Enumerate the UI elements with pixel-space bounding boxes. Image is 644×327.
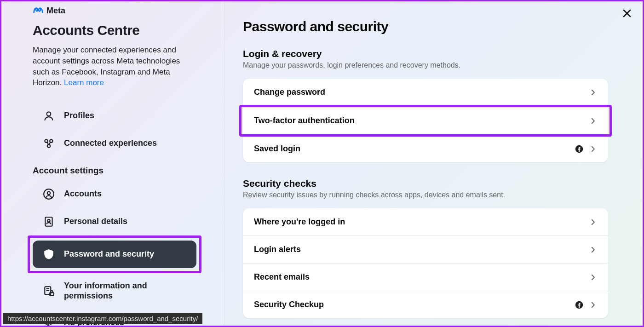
chevron-right-icon <box>589 145 597 153</box>
meta-logo-text: Meta <box>46 6 65 16</box>
close-icon <box>621 8 632 19</box>
id-card-icon <box>43 216 55 228</box>
row-security-checkup[interactable]: Security Checkup <box>243 291 608 318</box>
chevron-right-icon <box>589 273 597 281</box>
section-title: Security checks <box>243 178 608 189</box>
sidebar-description: Manage your connected experiences and ac… <box>33 45 196 88</box>
row-label: Saved login <box>254 144 300 154</box>
row-label: Where you're logged in <box>254 217 345 227</box>
row-label: Recent emails <box>254 272 310 282</box>
chevron-right-icon <box>589 88 597 97</box>
accounts-centre-container: Meta Accounts Centre Manage your connect… <box>1 1 643 326</box>
sidebar-item-password-security[interactable]: Password and security <box>33 241 196 268</box>
sidebar-item-profiles[interactable]: Profiles <box>33 102 196 130</box>
sidebar-item-label: Connected experiences <box>64 138 157 149</box>
row-label: Security Checkup <box>254 300 324 310</box>
meta-logo-icon <box>33 5 44 16</box>
learn-more-link[interactable]: Learn more <box>64 78 104 87</box>
page-title: Password and security <box>243 19 608 34</box>
row-label: Change password <box>254 87 325 97</box>
highlight-box-row: Two-factor authentication <box>239 105 612 137</box>
svg-line-6 <box>47 142 48 144</box>
row-login-alerts[interactable]: Login alerts <box>243 236 608 264</box>
sidebar-item-label: Personal details <box>64 217 127 227</box>
svg-line-7 <box>49 142 50 144</box>
row-change-password[interactable]: Change password <box>243 79 608 106</box>
document-lock-icon <box>43 285 55 297</box>
chevron-right-icon <box>589 218 597 226</box>
section-title: Login & recovery <box>243 48 608 59</box>
sidebar-item-information-permissions[interactable]: Your information and permissions <box>33 273 196 309</box>
row-saved-login[interactable]: Saved login <box>243 135 608 162</box>
row-label: Login alerts <box>254 245 301 254</box>
facebook-icon <box>575 301 583 309</box>
connected-icon <box>43 138 55 149</box>
svg-point-11 <box>47 219 50 222</box>
meta-logo: Meta <box>33 5 196 16</box>
sidebar-item-connected-experiences[interactable]: Connected experiences <box>33 130 196 157</box>
main-content: Password and security Login & recovery M… <box>224 1 643 326</box>
row-two-factor-authentication[interactable]: Two-factor authentication <box>243 107 608 134</box>
person-icon <box>43 110 55 122</box>
row-where-logged-in[interactable]: Where you're logged in <box>243 208 608 236</box>
chevron-right-icon <box>589 117 597 125</box>
sidebar-item-label: Profiles <box>64 111 94 121</box>
svg-point-5 <box>47 144 51 148</box>
highlight-box-sidebar: Password and security <box>28 235 201 273</box>
section-description: Manage your passwords, login preferences… <box>243 61 608 69</box>
chevron-right-icon <box>589 301 597 309</box>
facebook-icon <box>575 145 583 153</box>
sidebar-item-personal-details[interactable]: Personal details <box>33 208 196 235</box>
account-circle-icon <box>43 188 55 200</box>
sidebar-item-label: Your information and permissions <box>64 281 186 301</box>
card-security-checks: Where you're logged in Login alerts Rece… <box>243 208 608 318</box>
chevron-right-icon <box>589 246 597 254</box>
sidebar: Meta Accounts Centre Manage your connect… <box>1 1 224 326</box>
sidebar-title: Accounts Centre <box>33 23 196 38</box>
section-security-checks: Security checks Review security issues b… <box>243 178 608 318</box>
sidebar-item-label: Password and security <box>64 249 154 259</box>
sidebar-item-accounts[interactable]: Accounts <box>33 180 196 208</box>
svg-point-2 <box>47 112 51 116</box>
close-button[interactable] <box>620 6 634 21</box>
status-url-bar: https://accountscenter.instagram.com/pas… <box>3 313 202 324</box>
section-login-recovery: Login & recovery Manage your passwords, … <box>243 48 608 162</box>
card-login-recovery: Change password Two-factor authenticatio… <box>243 79 608 162</box>
svg-point-9 <box>47 192 51 195</box>
sidebar-item-label: Accounts <box>64 189 102 199</box>
row-recent-emails[interactable]: Recent emails <box>243 264 608 291</box>
sidebar-section-heading: Account settings <box>33 166 196 176</box>
section-description: Review security issues by running checks… <box>243 191 608 199</box>
shield-icon <box>43 248 55 260</box>
row-label: Two-factor authentication <box>254 116 355 126</box>
